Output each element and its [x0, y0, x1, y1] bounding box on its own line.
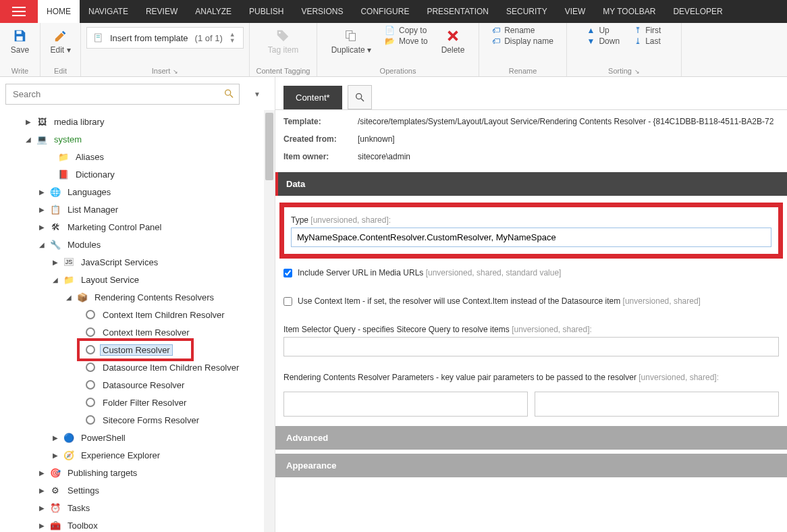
tree-node-settings[interactable]: ▶⚙Settings — [0, 481, 275, 499]
tree-node-toolbox[interactable]: ▶🧰Toolbox — [0, 516, 275, 532]
edit-button[interactable]: Edit ▾ — [46, 26, 74, 57]
group-insert-label: Insert↘ — [152, 67, 179, 75]
tab-versions[interactable]: VERSIONS — [292, 0, 352, 23]
sort-down-button[interactable]: ▼Down — [587, 36, 620, 46]
search-dropdown-button[interactable]: ▼ — [245, 90, 269, 98]
resolver-param-key-input[interactable] — [283, 392, 528, 417]
tree-node-dictionary[interactable]: 📕Dictionary — [0, 165, 275, 183]
system-icon: 💻 — [36, 134, 47, 144]
insert-from-template-button[interactable]: Insert from template (1 of 1) ▲▼ — [86, 27, 244, 49]
top-menu: HOME NAVIGATE REVIEW ANALYZE PUBLISH VER… — [0, 0, 787, 23]
resolver-params-label: Rendering Contents Resolver Parameters -… — [283, 373, 779, 382]
tree-node-layout-service[interactable]: ◢📁Layout Service — [0, 271, 275, 288]
move-to-button[interactable]: 📂Move to — [385, 36, 428, 46]
search-content-button[interactable] — [348, 85, 372, 109]
content-tree[interactable]: ▶ 🖼 media library ◢ 💻 system 📁Aliases — [0, 110, 275, 532]
item-selector-input[interactable] — [283, 337, 779, 356]
use-context-item-label: Use Context Item - if set, the resolver … — [298, 296, 701, 306]
tree-scrollbar[interactable] — [264, 110, 275, 532]
insert-stepper[interactable]: ▲▼ — [229, 32, 236, 44]
rename-icon: 🏷 — [492, 26, 500, 35]
search-input[interactable] — [5, 84, 240, 105]
expander-icon[interactable]: ▶ — [24, 118, 32, 126]
tree-node-folder-filter-resolver[interactable]: Folder Filter Resolver — [0, 394, 275, 411]
tree-node-datasource-item-children-resolver[interactable]: Datasource Item Children Resolver — [0, 358, 275, 376]
sorting-dialog-launcher-icon[interactable]: ↘ — [634, 68, 640, 75]
tree-node-publishing-targets[interactable]: ▶🎯Publishing targets — [0, 464, 275, 481]
tree-node-media-library[interactable]: ▶ 🖼 media library — [0, 113, 275, 130]
expander-icon[interactable]: ▶ — [51, 452, 59, 459]
expander-icon[interactable]: ▶ — [38, 188, 46, 196]
tab-configure[interactable]: CONFIGURE — [352, 0, 418, 23]
tree-node-tasks[interactable]: ▶⏰Tasks — [0, 499, 275, 516]
expander-icon[interactable]: ◢ — [38, 241, 46, 248]
tab-review[interactable]: REVIEW — [137, 0, 186, 23]
section-advanced[interactable]: Advanced — [275, 426, 787, 450]
expander-icon[interactable]: ▶ — [38, 206, 46, 213]
tab-publish[interactable]: PUBLISH — [240, 0, 292, 23]
tree-node-context-item-resolver[interactable]: Context Item Resolver — [0, 323, 275, 341]
meta-owner-label: Item owner: — [283, 152, 358, 161]
sort-first-button[interactable]: ⤒First — [634, 26, 661, 35]
type-field-highlight: Type [unversioned, shared]: — [279, 203, 783, 259]
tree-node-marketing-control-panel[interactable]: ▶🛠Marketing Control Panel — [0, 218, 275, 236]
tree-node-languages[interactable]: ▶🌐Languages — [0, 183, 275, 201]
arrow-last-icon: ⤓ — [634, 36, 641, 46]
expander-icon[interactable]: ▶ — [38, 223, 46, 231]
tree-node-context-item-children-resolver[interactable]: Context Item Children Resolver — [0, 306, 275, 323]
tree-node-experience-explorer[interactable]: ▶🧭Experience Explorer — [0, 446, 275, 464]
insert-dialog-launcher-icon[interactable]: ↘ — [173, 68, 178, 75]
tree-node-custom-resolver[interactable]: Custom Resolver — [0, 341, 275, 358]
expander-icon[interactable]: ▶ — [38, 487, 46, 494]
folder-icon: 📁 — [63, 274, 74, 285]
display-name-button[interactable]: 🏷Display name — [492, 36, 553, 46]
rename-button[interactable]: 🏷Rename — [492, 26, 553, 35]
expander-icon[interactable]: ◢ — [65, 294, 73, 301]
svg-rect-3 — [97, 35, 100, 36]
expander-icon[interactable]: ▶ — [38, 522, 46, 529]
group-rename-label: Rename — [509, 67, 537, 75]
tab-security[interactable]: SECURITY — [497, 0, 556, 23]
tree-node-javascript-services[interactable]: ▶JSJavaScript Services — [0, 253, 275, 271]
section-appearance[interactable]: Appearance — [275, 454, 787, 477]
expander-icon[interactable]: ◢ — [24, 136, 32, 143]
scrollbar-thumb[interactable] — [265, 113, 273, 180]
modules-icon: 🔧 — [50, 239, 61, 250]
tab-presentation[interactable]: PRESENTATION — [418, 0, 497, 23]
expander-icon[interactable]: ▶ — [51, 434, 59, 442]
hamburger-menu[interactable] — [0, 0, 38, 23]
meta-created-label: Created from: — [283, 134, 358, 144]
use-context-item-checkbox[interactable] — [283, 297, 292, 306]
tree-node-sitecore-forms-resolver[interactable]: Sitecore Forms Resolver — [0, 411, 275, 429]
tab-home[interactable]: HOME — [38, 0, 80, 23]
save-button[interactable]: Save — [7, 26, 33, 57]
tree-node-system[interactable]: ◢ 💻 system — [0, 130, 275, 148]
tab-analyze[interactable]: ANALYZE — [186, 0, 240, 23]
tab-developer[interactable]: DEVELOPER — [664, 0, 731, 23]
delete-button[interactable]: Delete — [437, 26, 469, 57]
expander-icon[interactable]: ◢ — [51, 276, 59, 284]
resolver-param-value-input[interactable] — [535, 392, 779, 417]
tree-node-powershell[interactable]: ▶🔵PowerShell — [0, 429, 275, 446]
tree-node-datasource-resolver[interactable]: Datasource Resolver — [0, 376, 275, 394]
type-field-input[interactable] — [291, 228, 771, 247]
tab-my-toolbar[interactable]: MY TOOLBAR — [594, 0, 664, 23]
tab-view[interactable]: VIEW — [556, 0, 595, 23]
tree-node-aliases[interactable]: 📁Aliases — [0, 148, 275, 165]
sort-up-button[interactable]: ▲Up — [587, 26, 620, 35]
tab-content[interactable]: Content* — [283, 86, 342, 109]
include-server-url-checkbox[interactable] — [283, 269, 292, 277]
section-data[interactable]: Data — [275, 172, 787, 196]
duplicate-button[interactable]: Duplicate ▾ — [327, 26, 375, 57]
expander-icon[interactable]: ▶ — [38, 504, 46, 512]
expander-icon[interactable]: ▶ — [38, 469, 46, 477]
search-icon[interactable] — [223, 88, 234, 101]
tab-navigate[interactable]: NAVIGATE — [80, 0, 137, 23]
copy-to-button[interactable]: 📄Copy to — [385, 26, 428, 35]
expander-icon[interactable]: ▶ — [51, 259, 59, 266]
tag-item-button[interactable]: Tag item — [264, 26, 302, 57]
tree-node-modules[interactable]: ◢🔧Modules — [0, 236, 275, 253]
tree-node-list-manager[interactable]: ▶📋List Manager — [0, 201, 275, 218]
sort-last-button[interactable]: ⤓Last — [634, 36, 661, 46]
tree-node-rendering-contents-resolvers[interactable]: ◢📦Rendering Contents Resolvers — [0, 288, 275, 306]
